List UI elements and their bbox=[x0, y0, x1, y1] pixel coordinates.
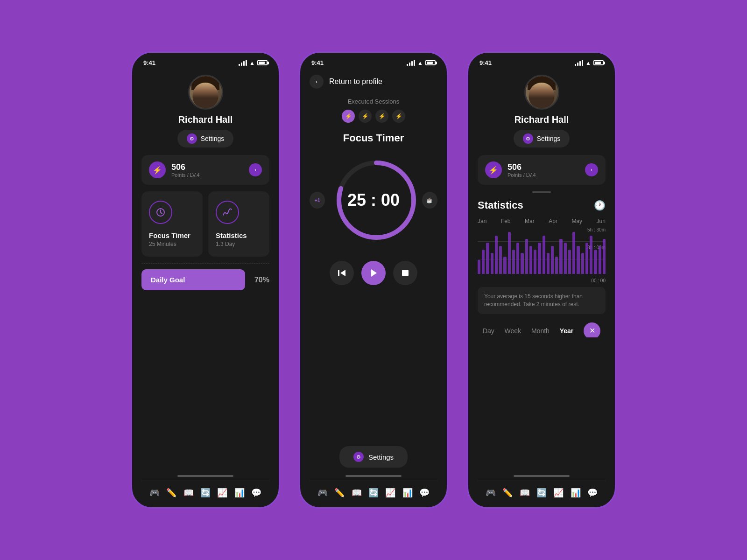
chart-bar bbox=[547, 253, 550, 274]
session-dot-4: ⚡ bbox=[392, 110, 405, 123]
chart-bar bbox=[599, 246, 601, 274]
signal-icon-2 bbox=[407, 60, 415, 66]
nav-book-3[interactable]: 📖 bbox=[520, 488, 530, 498]
nav-bar-2[interactable]: 📊 bbox=[402, 488, 413, 498]
points-card-1: ⚡ 506 Points / LV.4 › bbox=[141, 155, 269, 185]
timer-title: Focus Timer bbox=[310, 132, 437, 144]
chart-min-label: 00 : 00 bbox=[591, 278, 606, 283]
arrow-right-3[interactable]: › bbox=[585, 163, 598, 176]
status-time-2: 9:41 bbox=[311, 59, 324, 66]
session-dots: ⚡ ⚡ ⚡ ⚡ bbox=[310, 110, 437, 123]
period-month[interactable]: Month bbox=[531, 327, 550, 335]
month-feb: Feb bbox=[501, 218, 511, 224]
nav-game-3[interactable]: 🎮 bbox=[486, 488, 496, 498]
chart-bar bbox=[534, 250, 536, 274]
statistics-card[interactable]: Statistics 1.3 Day bbox=[208, 191, 269, 257]
back-button[interactable]: ‹ bbox=[310, 75, 324, 89]
settings-bottom-button[interactable]: ⚙ Settings bbox=[339, 446, 408, 468]
nav-game-2[interactable]: 🎮 bbox=[317, 488, 328, 498]
battery-icon-2 bbox=[425, 60, 436, 65]
status-icons-3: ▲ bbox=[575, 60, 604, 66]
points-info-1: 506 Points / LV.4 bbox=[171, 162, 249, 178]
play-button[interactable] bbox=[361, 261, 386, 285]
chart-max-label: 5h : 30m bbox=[587, 227, 606, 232]
wifi-icon-3: ▲ bbox=[585, 60, 591, 66]
nav-bar-1[interactable]: 📊 bbox=[234, 488, 245, 498]
nav-refresh-3[interactable]: 🔄 bbox=[536, 488, 547, 498]
skip-back-button[interactable] bbox=[330, 261, 354, 285]
nav-chat-3[interactable]: 💬 bbox=[587, 488, 598, 498]
period-year[interactable]: Year bbox=[560, 327, 574, 335]
signal-icon-3 bbox=[575, 60, 583, 66]
settings-icon-3: ⚙ bbox=[523, 133, 533, 144]
session-dot-3: ⚡ bbox=[375, 110, 388, 123]
nav-chart-2[interactable]: 📈 bbox=[385, 488, 395, 498]
clock-icon-card bbox=[149, 201, 172, 224]
nav-edit-1[interactable]: ✏️ bbox=[166, 488, 176, 498]
clock-icon-stats: 🕐 bbox=[594, 200, 606, 211]
chart-bar bbox=[478, 260, 480, 274]
settings-button-3[interactable]: ⚙ Settings bbox=[514, 130, 570, 147]
months-row: Jan Feb Mar Apr May Jun bbox=[478, 218, 606, 224]
sessions-section: Executed Sessions ⚡ ⚡ ⚡ ⚡ bbox=[310, 98, 437, 123]
nav-chart-3[interactable]: 📈 bbox=[553, 488, 564, 498]
points-info-3: 506 Points / LV.4 bbox=[507, 162, 585, 178]
stats-icon-card bbox=[216, 201, 239, 224]
settings-icon-1: ⚙ bbox=[187, 133, 197, 144]
nav-book-1[interactable]: 📖 bbox=[183, 488, 194, 498]
nav-refresh-1[interactable]: 🔄 bbox=[200, 488, 211, 498]
settings-icon-2: ⚙ bbox=[353, 452, 364, 462]
chart-bar bbox=[521, 253, 523, 274]
phone-profile: 9:41 ▲ Richard Hall ⚙ bbox=[131, 51, 280, 509]
home-indicator-2 bbox=[345, 475, 402, 477]
chart-bar bbox=[585, 243, 588, 274]
profile-section-3: Richard Hall ⚙ Settings bbox=[478, 70, 606, 155]
timer-controls bbox=[310, 261, 437, 285]
status-bar-3: 9:41 ▲ bbox=[468, 53, 615, 70]
period-day[interactable]: Day bbox=[483, 327, 494, 335]
profile-section: Richard Hall ⚙ Settings bbox=[141, 70, 269, 155]
nav-edit-3[interactable]: ✏️ bbox=[502, 488, 513, 498]
arrow-right-1[interactable]: › bbox=[249, 163, 262, 176]
nav-refresh-2[interactable]: 🔄 bbox=[368, 488, 379, 498]
phone-statistics: 9:41 ▲ Richard Hall ⚙ bbox=[467, 51, 616, 509]
timer-coffee-button[interactable]: ☕ bbox=[422, 192, 437, 209]
chart-bar bbox=[603, 239, 606, 274]
status-time-1: 9:41 bbox=[143, 59, 155, 66]
nav-bar-3[interactable]: 📊 bbox=[571, 488, 581, 498]
svg-marker-4 bbox=[340, 270, 345, 276]
lightning-icon-3: ⚡ bbox=[485, 161, 502, 178]
goal-percent: 70% bbox=[254, 276, 269, 284]
chart-bar bbox=[503, 257, 506, 274]
period-week[interactable]: Week bbox=[505, 327, 521, 335]
nav-chart-1[interactable]: 📈 bbox=[217, 488, 227, 498]
settings-button-1[interactable]: ⚙ Settings bbox=[177, 130, 234, 147]
nav-chat-1[interactable]: 💬 bbox=[251, 488, 261, 498]
timer-plus-button[interactable]: +1 bbox=[310, 192, 325, 209]
focus-timer-card[interactable]: Focus Timer 25 Minutes bbox=[141, 191, 203, 257]
chart-bar bbox=[482, 250, 485, 274]
chart-bar bbox=[543, 236, 545, 274]
svg-marker-5 bbox=[371, 269, 377, 277]
user-name-1: Richard Hall bbox=[178, 114, 233, 125]
focus-header: ‹ Return to profile bbox=[310, 70, 437, 98]
svg-rect-3 bbox=[338, 270, 339, 276]
chart-bar bbox=[555, 257, 558, 274]
month-apr: Apr bbox=[549, 218, 557, 224]
nav-book-2[interactable]: 📖 bbox=[352, 488, 362, 498]
feature-cards: Focus Timer 25 Minutes Statistics 1.3 Da… bbox=[141, 191, 269, 257]
nav-game-1[interactable]: 🎮 bbox=[149, 488, 160, 498]
stop-button[interactable] bbox=[393, 261, 417, 285]
tip-text: Your average is 15 seconds higher than r… bbox=[484, 293, 599, 308]
nav-chat-2[interactable]: 💬 bbox=[419, 488, 430, 498]
chart-bar bbox=[590, 236, 592, 274]
status-bar-2: 9:41 ▲ bbox=[300, 53, 447, 70]
period-close-button[interactable]: ✕ bbox=[584, 322, 600, 337]
battery-icon-3 bbox=[593, 60, 604, 65]
bottom-nav-1: 🎮 ✏️ 📖 🔄 📈 📊 💬 bbox=[141, 481, 269, 507]
chart-bar bbox=[512, 250, 515, 274]
nav-edit-2[interactable]: ✏️ bbox=[334, 488, 345, 498]
avatar bbox=[188, 75, 223, 110]
bottom-nav-3: 🎮 ✏️ 📖 🔄 📈 📊 💬 bbox=[478, 481, 606, 507]
daily-goal-button[interactable]: Daily Goal bbox=[141, 269, 245, 290]
